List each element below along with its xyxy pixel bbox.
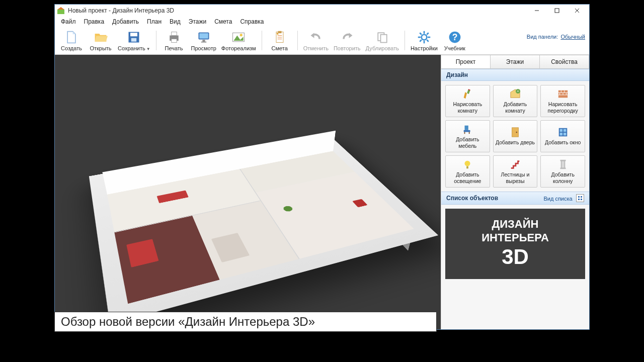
- maximize-button[interactable]: [547, 5, 567, 17]
- svg-rect-65: [581, 199, 582, 200]
- menubar: Файл Правка Добавить План Вид Этажи Смет…: [55, 17, 589, 27]
- design-cell-light[interactable]: Добавить освещение: [445, 155, 490, 188]
- view-button[interactable]: Просмотр: [189, 28, 219, 53]
- svg-rect-15: [201, 41, 206, 42]
- toolbar-button-label: Создать: [61, 45, 82, 51]
- clipboard-icon: [273, 30, 287, 44]
- door-icon: [510, 127, 521, 138]
- svg-rect-27: [380, 34, 386, 42]
- menu-floors[interactable]: Этажи: [186, 17, 209, 26]
- redo-button[interactable]: Повторить: [331, 28, 363, 53]
- list-view-link[interactable]: Вид списка: [543, 196, 572, 202]
- svg-rect-63: [581, 196, 582, 198]
- menu-file[interactable]: Файл: [58, 17, 79, 26]
- settings-button[interactable]: Настройки: [408, 28, 440, 53]
- tab-floors[interactable]: Этажи: [490, 55, 540, 68]
- toolbar-button-label: Печать: [165, 45, 183, 51]
- undo-button[interactable]: Отменить: [301, 28, 331, 53]
- app-icon: [57, 7, 65, 15]
- new-button[interactable]: Создать: [57, 28, 86, 53]
- redo-icon: [340, 30, 354, 44]
- design-cell-label: Лестницы и вырезы: [495, 171, 536, 184]
- design-cell-door[interactable]: Добавить дверь: [493, 120, 538, 152]
- svg-marker-25: [349, 33, 352, 38]
- help-icon: ?: [448, 30, 462, 44]
- help-button[interactable]: ?Учебник: [440, 28, 469, 53]
- list-view-icon[interactable]: [576, 194, 584, 202]
- minimize-button[interactable]: [527, 5, 547, 17]
- toolbar-button-label: Открыть: [90, 45, 111, 51]
- tab-project[interactable]: Проект: [441, 55, 491, 68]
- svg-rect-20: [278, 31, 281, 33]
- chevron-down-icon: ▼: [146, 47, 150, 51]
- svg-marker-1: [57, 7, 64, 10]
- viewport-3d[interactable]: [55, 55, 441, 329]
- design-cell-label: Добавить комнату: [495, 101, 536, 113]
- toolbar: СоздатьОткрытьСохранить▼ПечатьПросмотрФо…: [55, 27, 589, 55]
- design-cell-window[interactable]: Добавить окно: [540, 120, 585, 152]
- chair-icon: [462, 124, 473, 135]
- file-new-icon: [64, 30, 78, 44]
- open-button[interactable]: Открыть: [86, 28, 115, 53]
- menu-plan[interactable]: План: [144, 17, 165, 26]
- design-cell-label: Нарисовать комнату: [447, 101, 489, 113]
- close-button[interactable]: [567, 5, 587, 17]
- design-cell-label: Добавить колонну: [542, 171, 584, 184]
- design-cell-column[interactable]: Добавить колонну: [540, 155, 585, 188]
- content-area: Проект Этажи Свойства Дизайн Нарисовать …: [55, 55, 589, 329]
- gear-icon: [417, 30, 431, 44]
- design-cell-wall[interactable]: Нарисовать перегородку: [540, 85, 585, 117]
- menu-estimate[interactable]: Смета: [211, 17, 235, 26]
- light-icon: [462, 159, 473, 170]
- svg-rect-14: [202, 40, 205, 42]
- duplicate-icon: [375, 30, 389, 44]
- draw-room-icon: [462, 88, 473, 100]
- menu-add[interactable]: Добавить: [109, 17, 142, 26]
- dup-button[interactable]: Дублировать: [363, 28, 401, 53]
- video-caption: Обзор новой версии «Дизайн Интерьера 3D»: [54, 312, 437, 332]
- column-icon: [557, 159, 569, 170]
- save-button[interactable]: Сохранить▼: [115, 28, 153, 53]
- toolbar-button-label: Просмотр: [191, 45, 216, 51]
- menu-help[interactable]: Справка: [237, 17, 267, 26]
- design-cell-add-room[interactable]: +Добавить комнату: [493, 85, 538, 117]
- svg-rect-3: [555, 9, 559, 13]
- svg-rect-52: [512, 128, 519, 137]
- svg-rect-0: [57, 10, 64, 14]
- menu-view[interactable]: Вид: [167, 17, 184, 26]
- design-cell-stairs[interactable]: Лестницы и вырезы: [493, 155, 538, 188]
- estimate-button[interactable]: Смета: [265, 28, 294, 53]
- design-section-header: Дизайн: [441, 69, 589, 81]
- wall-icon: [557, 88, 569, 100]
- design-cell-draw-room[interactable]: Нарисовать комнату: [445, 85, 490, 117]
- side-panel: Проект Этажи Свойства Дизайн Нарисовать …: [441, 55, 589, 329]
- svg-text:?: ?: [452, 32, 457, 42]
- floppy-icon: [127, 30, 141, 44]
- svg-rect-7: [130, 33, 137, 36]
- monitor-icon: [197, 30, 211, 44]
- svg-rect-64: [578, 199, 580, 200]
- svg-rect-60: [560, 160, 566, 161]
- logo-panel: ДИЗАЙН ИНТЕРЬЕРА 3D: [445, 209, 585, 279]
- app-window: Новый проект - Дизайн Интерьера 3D Файл …: [54, 4, 590, 330]
- svg-rect-13: [199, 33, 208, 39]
- design-cell-label: Добавить мебель: [447, 136, 489, 148]
- design-cell-chair[interactable]: Добавить мебель: [445, 120, 490, 152]
- svg-rect-59: [561, 161, 565, 168]
- folder-open-icon: [94, 30, 108, 44]
- svg-rect-10: [171, 32, 177, 35]
- tab-properties[interactable]: Свойства: [539, 55, 589, 68]
- toolbar-button-label: Отменить: [303, 45, 329, 51]
- design-cell-label: Добавить освещение: [447, 171, 489, 184]
- svg-rect-58: [466, 166, 468, 169]
- toolbar-button-label: Учебник: [444, 45, 465, 51]
- svg-point-53: [516, 132, 517, 133]
- panel-view-link[interactable]: Обычный: [560, 34, 585, 40]
- print-button[interactable]: Печать: [159, 28, 189, 53]
- undo-icon: [309, 30, 323, 44]
- svg-point-18: [240, 34, 243, 36]
- svg-rect-62: [578, 196, 580, 198]
- photo-button[interactable]: Фотореализм: [219, 28, 259, 53]
- menu-edit[interactable]: Правка: [81, 17, 108, 26]
- svg-line-33: [420, 33, 422, 35]
